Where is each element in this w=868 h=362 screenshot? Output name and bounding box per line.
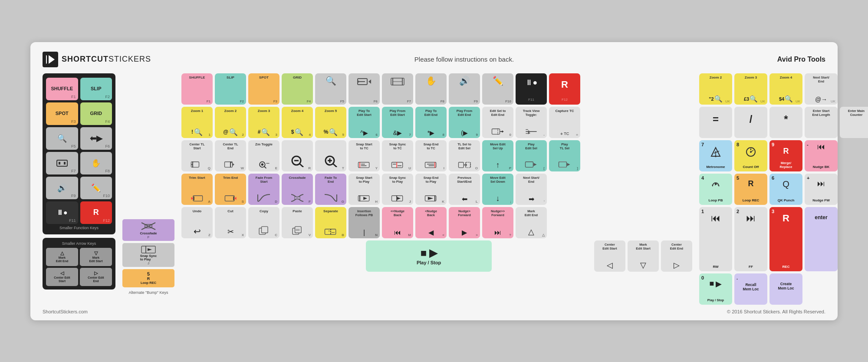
key-snap-start-play: Snap Startto Play H	[349, 174, 380, 205]
bump-keys-panel: Crossfade F Snap Syncto Play J 5 R Loop …	[122, 73, 174, 305]
np-zoom2: Zoom 2 "2 🔍 UK	[699, 73, 732, 105]
spacer-z-end	[549, 207, 580, 238]
svg-marker-91	[428, 197, 434, 200]
crossfade-icon	[141, 221, 156, 231]
key-nudge-back-double: <<NudgeBack ⏮ M	[382, 207, 413, 238]
sk-f7: F7	[46, 152, 78, 174]
key-shuffle: SHUFFLE F1	[181, 73, 213, 105]
key-grid: GRID F4	[282, 73, 313, 105]
row-z: Undo ↩ Z Cut ✂ X Copy	[181, 207, 692, 238]
ak-mark-edit-end: △ MarkEdit End	[46, 248, 78, 266]
small-keys-grid: SHUFFLE F1 SLIP F2 SPOT F3 GRID F4	[46, 78, 112, 224]
key-zm-out: R	[282, 140, 313, 171]
track-view-icon	[524, 128, 538, 135]
svg-marker-12	[148, 248, 152, 251]
np-3-rec: 3 R REC	[769, 207, 802, 271]
row-numbers: Zoom 1 ! 🔍 1 Zoom 2 @ 🔍 2 Zoom	[181, 107, 692, 138]
np-zoom4: Zoom 4 $4 🔍 UK	[769, 73, 802, 105]
svg-rect-6	[64, 162, 66, 165]
logo-area: SHORTCUTSTICKERS	[43, 52, 151, 67]
key-f6: F6	[349, 73, 380, 105]
numpad-row1: Zoom 2 "2 🔍 UK Zoom 3 £3 🔍 UK	[699, 73, 864, 105]
ak-center-edit-end: ▷ Center EditEnd	[80, 268, 112, 286]
svg-line-39	[264, 166, 266, 168]
key-insertion-follows-pb: InsertionFollows PB | N	[349, 207, 380, 238]
key-move-edit-sel-up: Move EditSel Up ↑ P	[482, 140, 513, 171]
key-f5: 🔍 F5	[315, 73, 346, 105]
numpad-row2: = / * Enter StartEnd Length Enter MainCo…	[699, 107, 864, 138]
key-previous-start-end: PreviousStart/End ⬅ L	[449, 174, 480, 205]
trim-icon	[56, 158, 68, 168]
svg-rect-4	[57, 160, 67, 166]
key-snap-start-tc: Snap Startto TC Y	[349, 140, 380, 171]
key-zm-toggle: Zm Toggle E	[248, 140, 279, 171]
svg-marker-67	[533, 163, 536, 166]
svg-rect-60	[459, 162, 464, 168]
numpad-area: Zoom 2 "2 🔍 UK Zoom 3 £3 🔍 UK	[699, 73, 864, 305]
copyright-label: © 2016 Shortcut Stickers. All Rights Res…	[727, 309, 825, 314]
key-move-edit-sel-down: Move EditSel Down ↓ ;	[482, 174, 513, 205]
key-paste: Paste V	[282, 207, 313, 238]
svg-rect-56	[425, 162, 436, 168]
arrow-keys-title: Smaller Arrow Keys	[46, 241, 112, 246]
trim-start-icon	[190, 194, 204, 202]
spacer-bottom-7	[527, 240, 559, 272]
key-center-tl-end: Center TLEnd W	[215, 140, 246, 171]
np-minus-nudge-bk: - ⏮ Nudge BK	[805, 140, 838, 171]
key-trim-end: Trim End S	[215, 174, 246, 205]
svg-point-38	[261, 163, 263, 165]
key-zoom3: Zoom 3 # 🔍 3	[248, 107, 279, 138]
keyboard-area: SHUFFLE F1 SLIP F2 SPOT F3 GRID F4 🔍	[181, 73, 692, 305]
key-play-tl-sel: PlayTL Sel ]	[549, 140, 580, 171]
snap-start-tc-icon	[357, 161, 371, 169]
fade-to-end-icon	[324, 194, 338, 202]
np-zoom3: Zoom 3 £3 🔍 UK	[734, 73, 767, 105]
sk-grid: GRID F4	[80, 102, 112, 125]
row-fkeys: SHUFFLE F1 SLIP F2 SPOT F3 GRID F4 🔍	[181, 73, 692, 105]
top-bar: SHORTCUTSTICKERS Please follow instructi…	[43, 52, 825, 67]
key-next-start-end: Next Start/End ➡ '	[516, 174, 547, 205]
numpad-row5: 1 ⏮ RW 2 ⏭ FF 3 R REC enter	[699, 207, 864, 271]
svg-line-43	[299, 164, 303, 167]
np-0-play-stop: 0 ■ ▶ Play / Stop	[699, 273, 732, 305]
spacer-bottom-2	[218, 240, 253, 272]
sheet: SHORTCUTSTICKERS Please follow instructi…	[30, 42, 838, 320]
metronome-icon	[710, 147, 722, 157]
key-center-tl-start: Center TLStart Q	[181, 140, 213, 171]
np-equals: =	[699, 107, 732, 138]
trim-end-icon	[224, 194, 237, 202]
bump-loop-rec: 5 R Loop REC	[122, 269, 174, 287]
svg-marker-23	[502, 130, 504, 132]
np-create-mem-loc: CreateMem Loc	[769, 273, 802, 305]
key-play-edit-sel: PlayEdit Sel [	[516, 140, 547, 171]
snap-sync-tc-icon	[391, 161, 404, 169]
spacer-a-end	[549, 174, 580, 205]
arrow-keys-grid: △ MarkEdit End ▽ MarkEdit Start ◁ Center…	[46, 248, 112, 286]
paste-icon	[291, 226, 303, 235]
key-zoom5: Zoom 5 % 🔍 5	[315, 107, 346, 138]
top-tagline: Please follow instructions on back.	[414, 56, 514, 63]
logo-icon	[43, 52, 58, 67]
brand-name: SHORTCUTSTICKERS	[62, 55, 151, 64]
sk-spot: SPOT F3	[46, 102, 78, 125]
key-nudge-forward: Nudge>Forward ▶ >	[449, 207, 480, 238]
snap-start-play-icon	[357, 194, 371, 202]
np-7-metronome: 7 Metronome	[699, 140, 732, 171]
np-4-loop-pb: 4 Loop PB	[699, 174, 732, 205]
key-play-stop[interactable]: ■ ▶ Play / Stop	[366, 240, 492, 272]
sk-slip: SLIP F2	[80, 78, 112, 100]
zm-toggle-icon	[257, 161, 271, 168]
key-crossfade: Crossfade F	[282, 174, 313, 205]
svg-marker-35	[233, 163, 235, 166]
play-stop-label: Play / Stop	[417, 260, 441, 265]
key-f9: 🔊 F9	[449, 73, 480, 105]
bump-title: Alternate "Bump" Keys	[122, 290, 174, 295]
svg-point-109	[750, 151, 752, 153]
bottom-bar: ShortcutStickers.com © 2016 Shortcut Sti…	[43, 309, 825, 314]
key-center-edit-start-bottom: CenterEdit Start ◁	[594, 240, 625, 272]
snap-end-play-icon	[424, 194, 438, 202]
key-zm-in: T	[315, 140, 346, 171]
key-capture-tc: Capture TC + TC =	[549, 107, 580, 138]
center-tl-start-icon	[190, 161, 204, 168]
key-fade-to-end: Fade ToEnd G	[315, 174, 346, 205]
